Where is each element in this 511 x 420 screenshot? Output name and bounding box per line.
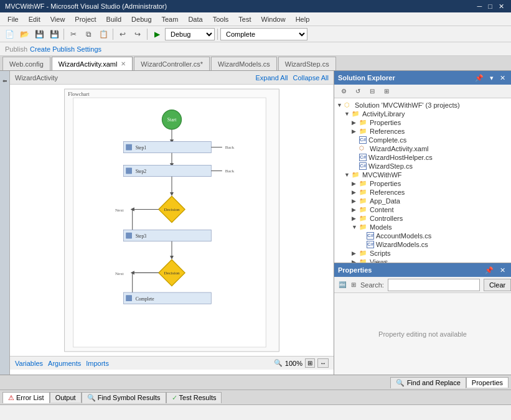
sol-properties-btn[interactable]: ⚙: [337, 85, 350, 98]
svg-rect-7: [126, 144, 132, 151]
properties-search-input[interactable]: [388, 279, 480, 291]
tree-properties-2[interactable]: ▶ 📁 Properties: [334, 179, 511, 188]
sol-menu-button[interactable]: ▾: [488, 74, 495, 82]
save-button[interactable]: 💾: [32, 27, 46, 41]
tree-account-models[interactable]: ▶ C# AccountModels.cs: [334, 231, 511, 240]
menu-test[interactable]: Test: [233, 14, 256, 24]
menu-edit[interactable]: Edit: [24, 14, 45, 24]
close-button[interactable]: ✕: [497, 2, 506, 11]
imports-btn[interactable]: Imports: [86, 360, 109, 367]
folder-icon: 📁: [359, 189, 368, 196]
menu-debug[interactable]: Debug: [126, 14, 156, 24]
menu-tools[interactable]: Tools: [208, 14, 234, 24]
tab-wizard-step[interactable]: WizardStep.cs: [278, 57, 336, 70]
tree-scripts[interactable]: ▶ 📁 Scripts: [334, 249, 511, 258]
expand-icon: ▼: [337, 102, 344, 108]
redo-button[interactable]: ↪: [131, 27, 144, 41]
menu-window[interactable]: Window: [256, 14, 291, 24]
props-sort-alpha-btn[interactable]: 🔤: [338, 278, 347, 292]
tree-controllers[interactable]: ▶ 📁 Controllers: [334, 214, 511, 223]
props-pin-button[interactable]: 📌: [483, 266, 495, 274]
menu-file[interactable]: File: [2, 14, 24, 24]
expand-icon: ▶: [352, 207, 359, 213]
minimize-button[interactable]: ─: [476, 2, 484, 11]
props-close-button[interactable]: ✕: [498, 266, 507, 274]
tab-wizard-activity[interactable]: WizardActivity.xaml ✕: [52, 57, 133, 70]
output-tab[interactable]: Output: [50, 392, 82, 403]
menu-data[interactable]: Data: [183, 14, 207, 24]
tab-wizard-models[interactable]: WizardModels.cs: [211, 57, 277, 70]
error-list-tab[interactable]: ⚠ Error List: [2, 392, 50, 403]
tree-content[interactable]: ▶ 📁 Content: [334, 205, 511, 214]
props-sort-cat-btn[interactable]: ⊞: [350, 278, 357, 292]
save-all-button[interactable]: 💾: [47, 27, 61, 41]
sol-refresh-btn[interactable]: ↺: [351, 85, 365, 98]
tree-properties-1[interactable]: ▶ 📁 Properties: [334, 118, 511, 127]
expand-all-btn[interactable]: Expand All: [256, 74, 288, 82]
cs-icon: C#: [359, 162, 367, 170]
tree-wizard-host-helper[interactable]: ▶ C# WizardHostHelper.cs: [334, 153, 511, 162]
tree-complete-cs[interactable]: ▶ C# Complete.cs: [334, 136, 511, 144]
open-button[interactable]: 📂: [17, 27, 31, 41]
tree-wizard-models-cs-label: WizardModels.cs: [376, 241, 428, 248]
config-dropdown[interactable]: Debug Release: [165, 28, 215, 40]
variables-btn[interactable]: Variables: [15, 360, 43, 367]
tree-app-data-label: App_Data: [370, 197, 400, 205]
arguments-btn[interactable]: Arguments: [48, 360, 81, 367]
tree-references-2[interactable]: ▶ 📁 References: [334, 188, 511, 197]
cut-button[interactable]: ✂: [67, 27, 80, 41]
tree-models[interactable]: ▼ 📁 Models: [334, 223, 511, 231]
target-dropdown[interactable]: Complete: [220, 28, 307, 40]
tree-app-data[interactable]: ▶ 📁 App_Data: [334, 197, 511, 205]
tree-wizard-step-cs[interactable]: ▶ C# WizardStep.cs: [334, 162, 511, 170]
tree-wizard-activity-xaml[interactable]: ▶ ⬡ WizardActivity.xaml: [334, 144, 511, 153]
copy-button[interactable]: ⧉: [82, 27, 95, 41]
menu-build[interactable]: Build: [101, 14, 126, 24]
tree-mvc-with-wf[interactable]: ▼ 📁 MVCWithWF: [334, 170, 511, 179]
find-symbol-tab[interactable]: 🔍 Find Symbol Results: [82, 392, 166, 403]
tree-views[interactable]: ▶ 📁 Views: [334, 258, 511, 263]
new-project-button[interactable]: 📄: [2, 27, 16, 41]
cs-icon: C#: [359, 154, 367, 161]
designer-canvas[interactable]: Flowchart Start Step1 Back: [10, 85, 334, 356]
publish-label: Publish: [5, 45, 27, 53]
svg-text:Start: Start: [167, 117, 177, 123]
close-tab-icon[interactable]: ✕: [121, 60, 126, 67]
tree-models-label: Models: [370, 223, 391, 231]
svg-text:Decision: Decision: [164, 207, 180, 212]
right-panel: Solution Explorer 📌 ▾ ✕ ⚙ ↺ ⊟ ⊞ ▼ ⬡ Solu…: [334, 71, 511, 375]
tab-wizard-controller[interactable]: WizardController.cs*: [134, 57, 210, 70]
fit-width-btn[interactable]: ↔: [317, 358, 329, 368]
tree-solution[interactable]: ▼ ⬡ Solution 'MVCWithWF' (3 projects): [334, 101, 511, 110]
menu-view[interactable]: View: [45, 14, 70, 24]
menu-project[interactable]: Project: [70, 14, 101, 24]
properties-clear-button[interactable]: Clear: [484, 279, 511, 291]
restore-button[interactable]: □: [486, 2, 494, 11]
sol-pin-button[interactable]: 📌: [473, 74, 485, 82]
left-sidebar-label: ⬆: [2, 78, 8, 83]
menu-help[interactable]: Help: [291, 14, 315, 24]
paste-button[interactable]: 📋: [96, 27, 110, 41]
fit-page-btn[interactable]: ⊞: [305, 358, 315, 368]
undo-button[interactable]: ↩: [116, 27, 129, 41]
find-replace-tab[interactable]: 🔍 Find and Replace: [390, 377, 466, 388]
folder-icon: 📁: [359, 215, 368, 222]
publish-settings-label[interactable]: Create Publish Settings: [30, 45, 101, 53]
cs-icon: C#: [367, 241, 374, 248]
test-results-tab[interactable]: ✓ Test Results: [166, 392, 222, 403]
tree-mvc-with-wf-label: MVCWithWF: [362, 171, 402, 179]
folder-icon: 📁: [359, 128, 368, 135]
tree-activity-library-label: ActivityLibrary: [362, 110, 405, 118]
tab-web-config[interactable]: Web.config: [2, 57, 50, 70]
sol-collapse-btn[interactable]: ⊟: [365, 85, 379, 98]
sol-close-button[interactable]: ✕: [498, 74, 507, 82]
start-button[interactable]: ▶: [150, 27, 164, 41]
sol-filter-btn[interactable]: ⊞: [380, 85, 393, 98]
tree-wizard-models-cs[interactable]: ▶ C# WizardModels.cs: [334, 240, 511, 249]
tree-references-1[interactable]: ▶ 📁 References: [334, 127, 511, 136]
collapse-all-btn[interactable]: Collapse All: [293, 74, 329, 82]
tree-solution-label: Solution 'MVCWithWF' (3 projects): [355, 101, 460, 109]
tree-activity-library[interactable]: ▼ 📁 ActivityLibrary: [334, 110, 511, 118]
properties-tab[interactable]: Properties: [466, 377, 509, 388]
menu-team[interactable]: Team: [157, 14, 184, 24]
